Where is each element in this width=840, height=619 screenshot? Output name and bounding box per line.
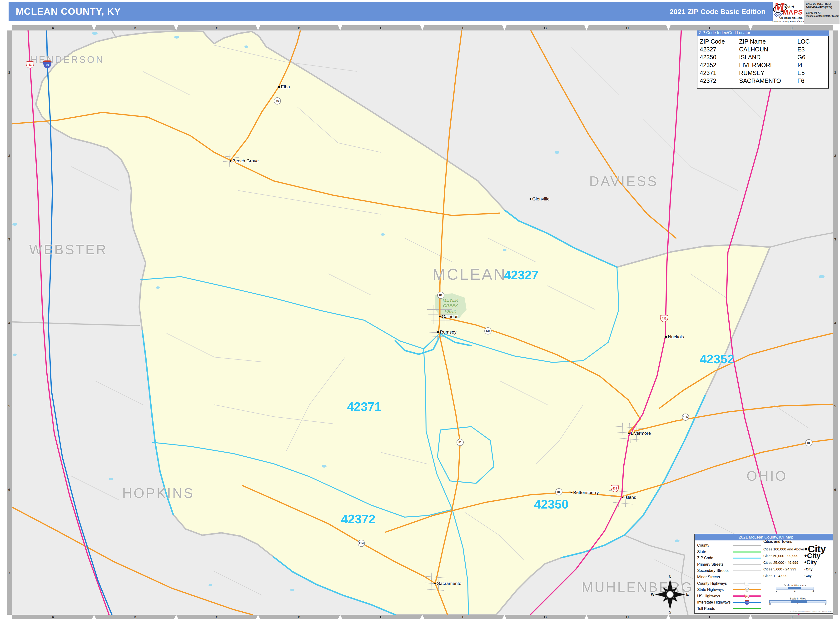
legend-item-label: Primary Streets <box>697 562 733 567</box>
legend-city-sample-text: City <box>806 574 812 577</box>
route-number-badge: 81 <box>457 439 464 446</box>
route-number-badge: 56 <box>274 97 281 105</box>
legend-item-swatch <box>733 608 761 609</box>
zip-loc-cell: E3 <box>797 46 826 53</box>
scale-mi-label: Scale in Miles <box>769 597 827 600</box>
copyright-text: 2021 © Intelligent Direct Inc. Wellsboro… <box>789 610 836 612</box>
town-name-label: Calhoun <box>442 314 459 319</box>
grid-column-letter: D <box>258 615 340 619</box>
legend-item: Secondary Streets <box>697 568 761 573</box>
legend-city-sample-text: City <box>806 567 812 571</box>
county-name-label: HENDERSON <box>30 54 104 65</box>
park-label-line: MEYER <box>443 298 458 303</box>
legend-item: ZIP Code <box>697 555 761 561</box>
city-dot-icon <box>804 552 807 559</box>
town-marker: Elba <box>278 84 290 90</box>
legend-item: Minor Streets <box>697 574 761 580</box>
grid-row-number: 5 <box>833 364 838 448</box>
legend-item: County <box>697 543 761 548</box>
legend-item-swatch <box>733 545 761 546</box>
legend-route-badge: 123 <box>744 582 749 585</box>
grid-column-letter: H <box>586 25 669 30</box>
legend-city-sample: City <box>804 560 817 565</box>
park-label: MEYERCREEKPARK <box>443 298 458 314</box>
grid-column-letter: E <box>340 615 422 619</box>
legend-item-swatch <box>733 551 761 553</box>
zip-index-panel: ZIP Code Index/Grid Locator ZIP CodeZIP … <box>697 30 829 88</box>
zip-loc-cell: G6 <box>797 54 826 61</box>
compass-s-label: S <box>669 610 671 615</box>
town-name-label: Beech Grove <box>232 158 259 164</box>
grid-row-number: 6 <box>7 448 12 531</box>
town-dot-icon <box>622 496 623 498</box>
town-marker: Nuckols <box>665 334 684 339</box>
town-dot-icon <box>530 198 531 200</box>
grid-column-letter: G <box>504 25 586 30</box>
grid-columns-top: ABCDEFGHIJ <box>12 25 833 30</box>
zip-name-cell: CALHOUN <box>739 46 797 53</box>
compass-w-label: W <box>651 592 654 597</box>
zip-index-row: 42352 LIVERMORE I4 <box>697 61 828 69</box>
grid-row-number: 3 <box>7 197 12 281</box>
zip-index-title: ZIP Code Index/Grid Locator <box>697 30 829 36</box>
route-number-badge: 81 <box>437 292 444 299</box>
town-marker: Calhoun <box>439 314 459 319</box>
legend-item-swatch <box>733 570 761 571</box>
legend-city-row: Cities 1 - 4,999 City <box>763 572 835 579</box>
legend-item-label: County <box>697 543 733 547</box>
legend-item: County Highways 123 <box>697 581 761 586</box>
zip-index-row: 42372 SACRAMENTO F6 <box>697 77 828 85</box>
grid-column-letter: A <box>12 615 94 619</box>
legend-city-label: Cities 50,000 - 99,999 <box>763 554 804 558</box>
scale-miles: Scale in Miles 0 1 2 <box>769 597 827 606</box>
legend-item-label: Minor Streets <box>697 575 733 579</box>
town-dot-icon <box>230 160 231 161</box>
grid-row-number: 7 <box>7 531 12 615</box>
town-dot-icon <box>571 492 572 493</box>
grid-column-letter: J <box>750 615 833 619</box>
zip-loc-cell: F6 <box>797 78 826 84</box>
legend-city-sample-text: City <box>806 560 817 565</box>
zip-index-rows: 42327 CALHOUN E3 42350 ISLAND G6 42352 L… <box>697 45 828 85</box>
legend-item-swatch: 123 <box>733 583 761 584</box>
grid-row-number: 7 <box>833 531 838 615</box>
town-name-label: Sacramento <box>437 581 461 586</box>
zip-index-row: 42350 ISLAND G6 <box>697 53 828 61</box>
grid-row-number: 1 <box>7 30 12 114</box>
zip-index-column-header: ZIP Code <box>700 38 739 45</box>
legend-city-label: Cities 1 - 4,999 <box>763 574 804 578</box>
grid-column-letter: B <box>94 615 176 619</box>
legend-city-sample: City <box>804 567 813 571</box>
town-dot-icon <box>439 316 441 317</box>
legend-item: Primary Streets <box>697 562 761 567</box>
legend-item-label: State <box>697 550 733 554</box>
compass-star-icon <box>651 575 689 615</box>
legend-city-row: Cities 100,000 and Above City <box>763 546 835 552</box>
legend-city-label: Cities 100,000 and Above <box>763 547 804 551</box>
grid-column-letter: I <box>668 25 750 30</box>
town-dot-icon <box>628 432 629 434</box>
scale-km-tick-2: 2 <box>812 589 814 592</box>
route-number-badge: 136 <box>484 327 492 335</box>
legend-route-badge: 123 <box>744 594 749 598</box>
zip-name-cell: SACRAMENTO <box>739 78 797 84</box>
scale-km-tick-1: 1 <box>794 589 795 592</box>
legend-cities-header: Cities and Towns <box>763 540 835 544</box>
county-name-label: WEBSTER <box>29 241 108 257</box>
compass-n-label: N <box>669 575 671 579</box>
town-marker: Beech Grove <box>230 158 259 164</box>
legend-item: Interstate Highways 123 <box>697 600 761 605</box>
compass-rose: N E S W <box>651 575 689 615</box>
zip-code-cell: 42352 <box>700 62 739 69</box>
town-marker: Sacramento <box>434 581 461 586</box>
legend-item: State <box>697 549 761 555</box>
legend-city-sample-text: City <box>807 552 821 559</box>
legend-item-swatch: 123 <box>733 602 761 603</box>
legend-item-label: Interstate Highways <box>697 600 733 604</box>
grid-row-number: 4 <box>833 281 838 365</box>
legend-item-swatch <box>733 558 761 559</box>
zip-code-label: 42327 <box>504 268 539 282</box>
scale-km-label: Scale in Kilometers <box>776 584 814 587</box>
scale-km-bar <box>776 587 814 589</box>
legend-item-swatch <box>733 577 761 577</box>
